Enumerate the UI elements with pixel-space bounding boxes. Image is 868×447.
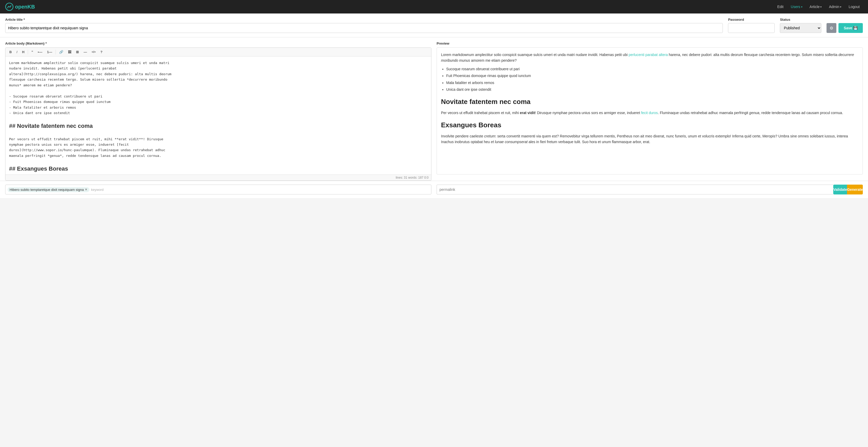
preview-section: Preview Lorem markdownum amplectitur sol… — [437, 41, 863, 181]
preview-italic-4: et lunae consumpserat — [491, 140, 528, 144]
brand-logo[interactable]: openKB — [5, 3, 35, 11]
preview-bold-1: erat vidit — [520, 111, 535, 115]
toolbar-link[interactable]: 🔗 — [57, 49, 65, 55]
toolbar-quote[interactable]: " — [30, 49, 35, 55]
article-title-input[interactable] — [5, 23, 723, 33]
validate-button[interactable]: Validate — [833, 185, 847, 195]
preview-h2-1: Novitate fatentem nec coma — [441, 96, 859, 107]
editor-section: Article body (Markdown) * B I H " •— 1— … — [5, 41, 431, 181]
editor-footer: lines: 31 words: 187 0:0 — [5, 175, 431, 180]
toolbar-ol[interactable]: 1— — [45, 49, 54, 55]
preview-h2-2: Exsangues Boreas — [441, 120, 859, 131]
brand-icon — [5, 3, 13, 11]
toolbar-bold[interactable]: B — [7, 49, 13, 55]
toolbar-table[interactable]: ⊞ — [74, 49, 81, 55]
article-title-label: Article title * — [5, 18, 723, 22]
status-select[interactable]: Published Draft Private — [780, 23, 822, 33]
preview-para1: Lorem markdownum amplectitur solio consp… — [441, 52, 859, 63]
preview-label: Preview — [437, 41, 863, 46]
list-item: Unica dant ore ipse ostendit — [446, 87, 859, 92]
nav-links: Edit Users ▾ Article ▾ Admin ▾ Logout — [774, 3, 863, 11]
password-label: Password — [728, 18, 775, 22]
top-bar: Article title * Password Status Publishe… — [0, 13, 868, 37]
nav-admin[interactable]: Admin ▾ — [826, 3, 844, 11]
keyword-placeholder: keyword — [91, 188, 103, 191]
nav-article[interactable]: Article ▾ — [807, 3, 825, 11]
toolbar-help[interactable]: ? — [98, 49, 104, 55]
navbar: openKB Edit Users ▾ Article ▾ Admin ▾ Lo… — [0, 0, 868, 13]
list-item: Fuit Phoenicas domoque rimas quippe quod… — [446, 73, 859, 79]
preview-list: Sucoque rosarum obruerat contribuere ut … — [446, 66, 859, 93]
toolbar-heading[interactable]: H — [20, 49, 26, 55]
preview-italic-3: cretum — [484, 134, 495, 138]
toolbar-code[interactable]: </> — [90, 50, 97, 55]
brand-text: openKB — [15, 4, 35, 10]
save-area: ⚙ Save 💾 — [827, 23, 863, 33]
list-item: Mala fataliter et arboris remos — [446, 80, 859, 86]
keyword-remove-button[interactable]: ✕ — [85, 188, 87, 191]
generate-button[interactable]: Generate — [847, 185, 863, 195]
save-button[interactable]: Save 💾 — [838, 23, 863, 33]
list-item: Sucoque rosarum obruerat contribuere ut … — [446, 66, 859, 72]
editor-content-area[interactable]: Lorem markdownum amplectitur solio consp… — [5, 57, 431, 175]
permalink-input[interactable] — [437, 185, 833, 195]
preview-para2: Per vecors ut effudit trahebat piscem et… — [441, 110, 859, 116]
gear-button[interactable]: ⚙ — [827, 23, 836, 33]
chevron-down-icon: ▾ — [801, 5, 802, 8]
toolbar-image[interactable]: 🖼 — [66, 49, 73, 55]
bottom-bar: Hibero subito temptaretque dixit nequiqu… — [0, 181, 868, 198]
nav-users[interactable]: Users ▾ — [787, 3, 806, 11]
nav-edit[interactable]: Edit — [774, 3, 786, 11]
keyword-input[interactable]: Hibero subito temptaretque dixit nequiqu… — [5, 185, 431, 195]
toolbar-hr[interactable]: — — [82, 49, 89, 55]
preview-box: Lorem markdownum amplectitur solio consp… — [437, 48, 863, 175]
permalink-actions: Validate Generate — [437, 185, 863, 195]
password-input[interactable] — [728, 23, 775, 33]
chevron-down-icon: ▾ — [840, 5, 841, 8]
preview-para3: Involvite pendere caeleste cretum: serta… — [441, 133, 859, 145]
keyword-tag: Hibero subito temptaretque dixit nequiqu… — [7, 187, 89, 192]
main-content: Article body (Markdown) * B I H " •— 1— … — [0, 37, 868, 181]
password-section: Password — [728, 18, 775, 33]
nav-logout[interactable]: Logout — [845, 3, 863, 11]
editor-label: Article body (Markdown) * — [5, 41, 431, 46]
chevron-down-icon: ▾ — [820, 5, 822, 8]
toolbar-ul[interactable]: •— — [36, 49, 44, 55]
toolbar-separator-1 — [28, 50, 28, 55]
preview-italic-2: genua — [749, 111, 760, 115]
toolbar-italic[interactable]: I — [14, 49, 19, 55]
editor-toolbar: B I H " •— 1— 🔗 🖼 ⊞ — </> ? — [5, 48, 431, 57]
editor-wrapper: B I H " •— 1— 🔗 🖼 ⊞ — </> ? Lorem markdo… — [5, 48, 431, 181]
article-title-section: Article title * — [5, 18, 723, 33]
status-section: Status Published Draft Private — [780, 18, 822, 33]
status-label: Status — [780, 18, 822, 22]
keyword-section: Hibero subito temptaretque dixit nequiqu… — [5, 185, 431, 195]
preview-link2[interactable]: fecit duros — [641, 111, 658, 115]
preview-link1[interactable]: perlucenti parabat altera — [629, 53, 668, 57]
